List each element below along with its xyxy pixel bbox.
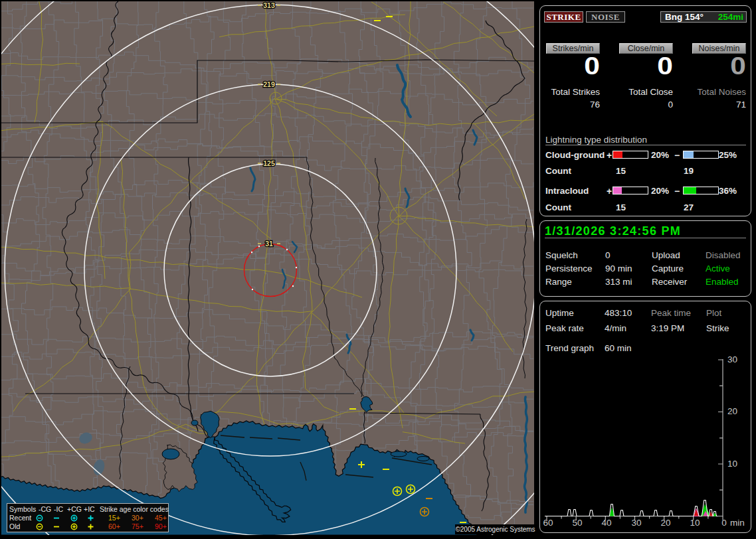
- svg-text:45+: 45+: [155, 514, 167, 522]
- svg-text:313: 313: [263, 1, 275, 9]
- svg-text:Strike age color codes: Strike age color codes: [100, 505, 169, 513]
- svg-text:Old: Old: [9, 522, 21, 530]
- svg-text:Recent: Recent: [9, 514, 31, 522]
- svg-text:15+: 15+: [108, 514, 120, 522]
- svg-text:75+: 75+: [132, 522, 143, 530]
- svg-text:60+: 60+: [108, 522, 120, 530]
- svg-text:+CG: +CG: [67, 505, 82, 513]
- svg-text:-IC: -IC: [54, 505, 63, 513]
- svg-text:90+: 90+: [155, 522, 167, 530]
- svg-text:219: 219: [263, 80, 275, 88]
- svg-text:31: 31: [265, 240, 273, 248]
- svg-text:Symbols: Symbols: [9, 505, 36, 513]
- svg-text:-CG: -CG: [39, 505, 51, 513]
- svg-text:+IC: +IC: [84, 505, 95, 513]
- svg-text:125: 125: [263, 159, 275, 167]
- svg-text:30+: 30+: [132, 514, 143, 522]
